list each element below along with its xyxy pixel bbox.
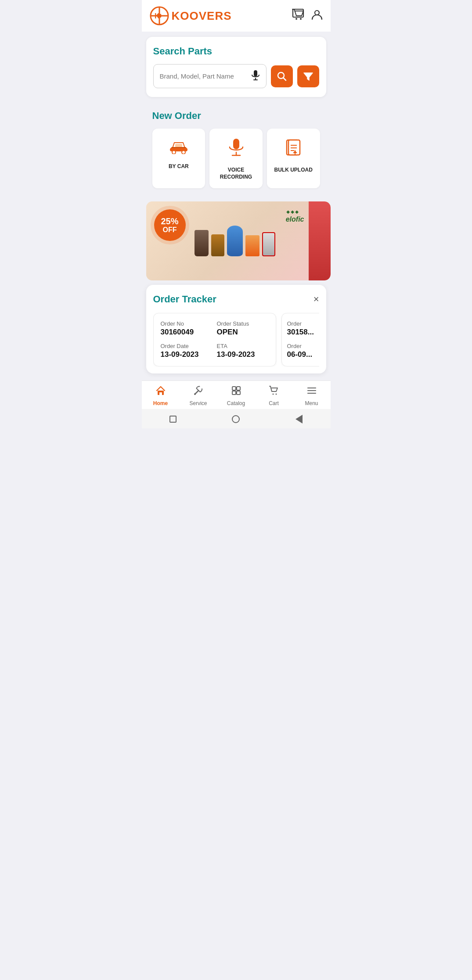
header: K KOOVERS: [142, 0, 331, 32]
new-order-title: New Order: [152, 110, 320, 122]
new-order-section: New Order BY CAR: [146, 102, 326, 196]
search-row: [153, 64, 319, 88]
discount-percent: 25%: [161, 216, 178, 226]
filter-product-3: [227, 226, 243, 256]
discount-badge: 25% OFF: [154, 209, 186, 241]
close-button[interactable]: ×: [313, 294, 319, 305]
recents-icon: [169, 416, 177, 423]
koovers-logo-icon: K: [150, 6, 169, 25]
menu-icon: [306, 385, 317, 398]
svg-rect-37: [232, 391, 236, 395]
order-no-label-2: Order: [287, 320, 319, 327]
order-card-2[interactable]: Order 30158... Order 06-09...: [281, 313, 319, 366]
search-input[interactable]: [160, 72, 249, 80]
discount-off: OFF: [163, 226, 177, 234]
android-recents-button[interactable]: [168, 414, 178, 424]
banner-products: [195, 226, 275, 256]
svg-line-15: [283, 78, 286, 80]
svg-rect-35: [232, 387, 236, 390]
nav-home-label: Home: [153, 400, 168, 406]
voice-recording-card[interactable]: VOICERECORDING: [209, 129, 263, 188]
microphone-icon[interactable]: [251, 70, 260, 83]
logo[interactable]: K KOOVERS: [150, 6, 232, 25]
filter-product-5: [262, 232, 275, 256]
svg-rect-11: [254, 70, 257, 76]
order-no-label: Order No: [161, 320, 213, 327]
nav-home[interactable]: Home: [142, 385, 180, 406]
user-icon[interactable]: [311, 9, 323, 23]
bulk-upload-label: BULK UPLOAD: [274, 167, 313, 174]
nav-menu-label: Menu: [305, 400, 318, 406]
order-status-value: OPEN: [217, 328, 269, 337]
nav-service[interactable]: Service: [180, 385, 217, 406]
svg-point-9: [300, 18, 302, 20]
search-input-wrapper[interactable]: [153, 64, 267, 88]
nav-cart[interactable]: Cart: [255, 385, 293, 406]
order-tracker: Order Tracker × Order No 30160049 Order …: [146, 285, 326, 373]
filter-product-2: [211, 234, 224, 256]
order-date-field: Order Date 13-09-2023: [161, 343, 213, 359]
order-status-field: Order Status OPEN: [217, 320, 269, 337]
order-eta-value: 13-09-2023: [217, 350, 269, 359]
order-date-label-2: Order: [287, 343, 319, 349]
banner-right-strip: [309, 201, 331, 280]
cart-icon[interactable]: [292, 9, 304, 23]
svg-point-10: [315, 11, 319, 15]
svg-rect-23: [233, 139, 239, 149]
svg-point-40: [275, 394, 277, 395]
svg-point-8: [295, 18, 297, 20]
svg-rect-36: [237, 387, 240, 390]
tracker-title: Order Tracker: [153, 294, 216, 305]
brand-name: elofic: [286, 215, 304, 223]
order-card-1[interactable]: Order No 30160049 Order Status OPEN Orde…: [153, 313, 276, 366]
android-nav-bar: [142, 409, 331, 428]
order-date-field-2: Order 06-09...: [287, 343, 319, 359]
order-date-label: Order Date: [161, 343, 213, 349]
bottom-nav: Home Service Catalog: [142, 381, 331, 409]
order-eta-field: ETA 13-09-2023: [217, 343, 269, 359]
nav-cart-label: Cart: [269, 400, 279, 406]
promo-banner[interactable]: 25% OFF ⬥⬥⬥ elofic: [146, 201, 331, 280]
order-no-value-2: 30158...: [287, 328, 319, 337]
service-icon: [193, 385, 204, 398]
android-home-icon: [232, 415, 240, 423]
svg-point-19: [172, 151, 176, 154]
svg-point-20: [182, 151, 185, 154]
cart-nav-icon: [269, 385, 279, 398]
catalog-icon: [231, 385, 241, 398]
voice-recording-icon: [228, 138, 245, 162]
nav-service-label: Service: [189, 400, 207, 406]
order-date-value: 13-09-2023: [161, 350, 213, 359]
order-no-value: 30160049: [161, 328, 213, 337]
android-back-button[interactable]: [294, 414, 304, 424]
nav-catalog[interactable]: Catalog: [217, 385, 255, 406]
home-icon: [155, 385, 166, 398]
filter-product-1: [195, 230, 209, 256]
search-button[interactable]: [271, 65, 293, 87]
by-car-card[interactable]: BY CAR: [152, 129, 205, 188]
svg-rect-21: [175, 144, 182, 147]
svg-marker-16: [304, 73, 313, 80]
header-actions: [292, 9, 323, 23]
order-cards: BY CAR VOICERECORDING: [152, 129, 320, 188]
nav-menu[interactable]: Menu: [293, 385, 331, 406]
filter-button[interactable]: [297, 65, 319, 87]
by-car-label: BY CAR: [169, 163, 189, 170]
svg-text:K: K: [155, 12, 160, 20]
order-card-1-grid: Order No 30160049 Order Status OPEN Orde…: [161, 320, 269, 359]
search-title: Search Parts: [153, 46, 319, 57]
order-date-value-2: 06-09...: [287, 350, 319, 359]
svg-rect-38: [237, 391, 240, 395]
bulk-upload-card[interactable]: BULK UPLOAD: [267, 129, 320, 188]
order-no-field: Order No 30160049: [161, 320, 213, 337]
banner-content: 25% OFF ⬥⬥⬥ elofic: [146, 201, 331, 280]
android-home-button[interactable]: [231, 414, 241, 424]
voice-recording-label: VOICERECORDING: [220, 167, 252, 180]
search-section: Search Parts: [146, 37, 326, 97]
tracker-cards-row: Order No 30160049 Order Status OPEN Orde…: [153, 313, 319, 366]
tracker-header: Order Tracker ×: [153, 294, 319, 305]
svg-point-34: [194, 393, 196, 395]
svg-rect-22: [172, 147, 186, 148]
nav-catalog-label: Catalog: [227, 400, 245, 406]
back-icon: [295, 415, 303, 424]
